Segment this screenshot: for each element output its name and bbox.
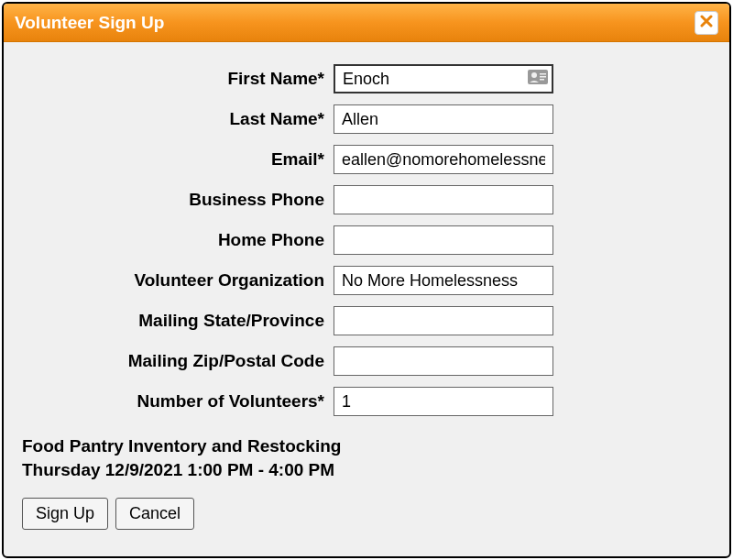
form-row-num-volunteers: Number of Volunteers*	[22, 387, 711, 416]
mailing-state-label: Mailing State/Province	[22, 311, 334, 331]
form-row-business-phone: Business Phone	[22, 185, 711, 214]
mailing-state-input[interactable]	[334, 306, 553, 335]
first-name-input[interactable]	[334, 64, 553, 93]
mailing-zip-input[interactable]	[334, 346, 553, 376]
num-volunteers-input[interactable]	[334, 387, 553, 416]
last-name-label: Last Name*	[22, 109, 334, 129]
dialog-body: First Name* Last Name* Email* Business P…	[4, 42, 729, 548]
form-row-home-phone: Home Phone	[22, 225, 711, 255]
button-row: Sign Up Cancel	[22, 498, 711, 530]
dialog-title: Volunteer Sign Up	[15, 13, 164, 33]
form-row-mailing-zip: Mailing Zip/Postal Code	[22, 346, 711, 376]
close-icon	[700, 13, 713, 32]
form-row-volunteer-org: Volunteer Organization	[22, 266, 711, 295]
form-row-mailing-state: Mailing State/Province	[22, 306, 711, 335]
form-row-first-name: First Name*	[22, 64, 711, 93]
num-volunteers-label: Number of Volunteers*	[22, 391, 334, 412]
home-phone-label: Home Phone	[22, 230, 334, 250]
volunteer-org-label: Volunteer Organization	[22, 270, 334, 291]
form-row-last-name: Last Name*	[22, 104, 711, 134]
event-info: Food Pantry Inventory and Restocking Thu…	[22, 434, 711, 481]
volunteer-org-input[interactable]	[334, 266, 553, 295]
close-button[interactable]	[695, 11, 718, 35]
form-row-email: Email*	[22, 145, 711, 174]
last-name-input[interactable]	[334, 104, 553, 134]
cancel-button[interactable]: Cancel	[115, 498, 194, 530]
dialog-header: Volunteer Sign Up	[4, 4, 729, 42]
email-input[interactable]	[334, 145, 553, 174]
first-name-label: First Name*	[22, 69, 334, 89]
event-title: Food Pantry Inventory and Restocking	[22, 434, 711, 458]
business-phone-input[interactable]	[334, 185, 553, 214]
mailing-zip-label: Mailing Zip/Postal Code	[22, 351, 334, 371]
event-datetime: Thursday 12/9/2021 1:00 PM - 4:00 PM	[22, 458, 711, 482]
business-phone-label: Business Phone	[22, 190, 334, 210]
home-phone-input[interactable]	[334, 225, 553, 255]
email-label: Email*	[22, 149, 334, 170]
signup-button[interactable]: Sign Up	[22, 498, 108, 530]
volunteer-signup-dialog: Volunteer Sign Up First Name* Last Name*…	[2, 2, 731, 558]
